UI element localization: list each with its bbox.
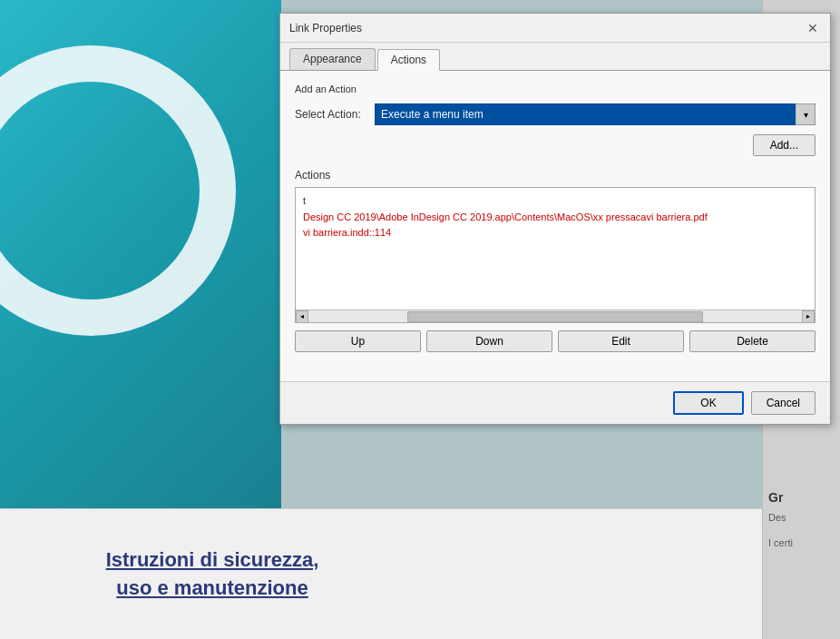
right-body: I certi [763,530,840,555]
delete-button[interactable]: Delete [689,330,816,352]
bottom-text-block: Istruzioni di sicurezza, uso e manutenzi… [22,546,403,603]
up-button[interactable]: Up [295,330,421,352]
dialog-content: Add an Action Select Action: Execute a m… [280,71,830,381]
dialog-footer: OK Cancel [280,381,830,424]
actions-list-box[interactable]: t Design CC 2019\Adobe InDesign CC 2019.… [295,187,816,323]
dialog-close-button[interactable]: ✕ [805,20,821,36]
scroll-track[interactable] [308,310,802,323]
add-button-row: Add... [295,134,816,156]
scroll-thumb[interactable] [407,311,703,322]
action-select-dropdown[interactable]: Execute a menu item [375,103,816,125]
dialog-title: Link Properties [289,22,362,34]
actions-section-title: Actions [295,169,816,182]
add-button[interactable]: Add... [753,134,816,156]
select-action-row: Select Action: Execute a menu item ▾ [295,103,816,125]
action-buttons-row: Up Down Edit Delete [295,330,816,352]
horizontal-scrollbar[interactable]: ◂ ▸ [296,310,815,322]
tabs-bar: Appearance Actions [280,43,830,71]
select-action-label: Select Action: [295,108,367,121]
link-properties-dialog: Link Properties ✕ Appearance Actions Add… [279,13,831,425]
down-button[interactable]: Down [426,330,552,352]
actions-list-content: t Design CC 2019\Adobe InDesign CC 2019.… [296,188,815,247]
list-item: vi barriera.indd::114 [303,225,807,241]
ok-button[interactable]: OK [673,391,743,415]
cancel-button[interactable]: Cancel [751,391,816,415]
select-action-wrapper: Execute a menu item ▾ [375,103,816,125]
edit-button[interactable]: Edit [558,330,684,352]
bottom-title: Istruzioni di sicurezza, uso e manutenzi… [106,546,319,603]
tab-appearance[interactable]: Appearance [289,48,376,70]
tab-actions[interactable]: Actions [377,49,440,71]
circle-graphic [0,45,236,336]
scroll-left-arrow[interactable]: ◂ [296,310,308,323]
right-subtext: Des [763,505,840,530]
dialog-titlebar: Link Properties ✕ [280,14,830,43]
add-action-section-title: Add an Action [295,84,816,94]
bottom-area: Istruzioni di sicurezza, uso e manutenzi… [0,508,762,639]
background: Istruzioni di sicurezza, uso e manutenzi… [0,0,840,639]
list-item: t [303,193,807,210]
scroll-right-arrow[interactable]: ▸ [802,310,815,323]
list-item: Design CC 2019\Adobe InDesign CC 2019.ap… [303,210,807,226]
teal-background [0,0,281,508]
